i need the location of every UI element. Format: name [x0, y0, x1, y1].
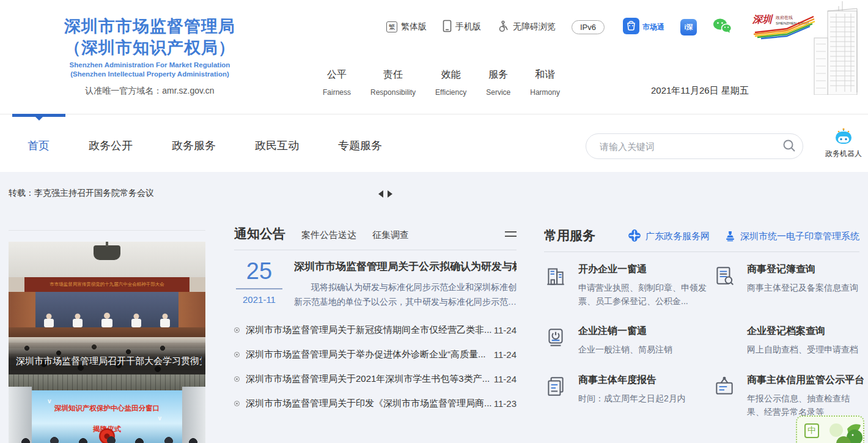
service-desc: 年报公示信息、抽查检查结果、经营异常名录等 — [747, 392, 864, 419]
traditional-version-link[interactable]: 繁 繁体版 — [386, 21, 427, 32]
slide1-projector — [94, 245, 120, 260]
featured-notice-title[interactable]: 深圳市市场监督管理局关于公示拟确认为研发与标... — [294, 259, 517, 274]
slide1-caption-text[interactable]: 深圳市市场监督管理局召开干部大会学习贯彻党的十... — [16, 356, 202, 367]
ticker-next-icon[interactable] — [388, 190, 392, 198]
gov-robot-button[interactable]: 政务机器人 — [825, 128, 862, 159]
service-close-company[interactable]: 企业注销一窗通 企业一般注销、简易注销 — [544, 325, 713, 357]
archive-search-icon-empty — [713, 325, 737, 357]
notice-list-item[interactable]: 深圳市市场监督管理局关于印发《深圳市市场监督管理局商... 11-23 — [234, 391, 517, 415]
carousel-slide-meeting[interactable]: 市市场监督局宣传贯彻党的十九届六中全会精神干部大会 深圳市市场监督管理局召开干部… — [9, 242, 205, 374]
value-cn: 和谐 — [530, 69, 560, 81]
svg-text:政府在线: 政府在线 — [775, 15, 793, 20]
news-ticker[interactable]: 转载： 李克强主持召开国务院常务会议 — [9, 188, 154, 199]
gd-gov-service-link[interactable]: 广东政务服务网 — [628, 229, 710, 244]
service-title[interactable]: 商事主体信用监管公示平台 — [747, 374, 864, 387]
value-en: Harmony — [530, 88, 560, 97]
mobile-version-link[interactable]: 手机版 — [443, 20, 481, 34]
service-desc: 时间：成立周年之日起2月内 — [578, 392, 686, 406]
bullet-icon — [234, 401, 240, 406]
value-service: 服务 Service — [486, 69, 510, 97]
service-desc: 商事主体登记及备案信息查询 — [747, 281, 858, 295]
tab-surveys[interactable]: 征集调查 — [372, 229, 409, 241]
company-close-icon — [544, 325, 568, 357]
service-title[interactable]: 开办企业一窗通 — [578, 263, 713, 276]
value-cn: 服务 — [486, 69, 510, 81]
bullet-icon — [234, 352, 240, 357]
featured-date-rule — [236, 288, 282, 289]
featured-notice[interactable]: 25 2021-11 深圳市市场监督管理局关于公示拟确认为研发与标... 现将拟… — [234, 259, 517, 309]
nav-item-gov-info[interactable]: 政务公开 — [89, 138, 133, 153]
e-seal-system-link[interactable]: 深圳市统一电子印章管理系统 — [724, 229, 859, 244]
notices-section: 通知公告 案件公告送达 征集调查 25 2021-11 深圳市市场监督管理局关于… — [234, 220, 517, 415]
ishenzhen-icon: i深 — [680, 19, 697, 35]
shichangtong-label: 市场通 — [642, 22, 664, 32]
notice-list: 深圳市市场监督管理局关于新冠疫情期间全市仅经营乙类非... 11-24 深圳市市… — [234, 318, 517, 415]
wechat-link[interactable] — [713, 18, 732, 36]
values-row: 公平 Fairness 责任 Responsibility 效能 Efficie… — [323, 69, 579, 97]
service-title[interactable]: 企业登记档案查询 — [747, 325, 858, 338]
ticker-text[interactable]: 李克强主持召开国务院常务会议 — [34, 188, 154, 199]
services-section: 常用服务 广东政务服务网 深圳市统一电子印章管理系统 开办企业一窗通 申请营业执… — [544, 220, 859, 419]
slide1-banner-text: 市市场监督局宣传贯彻党的十九届六中全会精神干部大会 — [24, 277, 189, 292]
notice-list-item[interactable]: 深圳市市场监督管理局关于2021年深圳市学生书包等3类产... 11-24 — [234, 367, 517, 391]
site-title-line2: （深圳市知识产权局） — [18, 37, 281, 59]
ishenzhen-app-link[interactable]: i深 — [680, 19, 697, 35]
accessibility-link[interactable]: 无障碍浏览 — [497, 20, 556, 34]
notice-list-item[interactable]: 深圳市市场监督管理局关于举办促进体外诊断企业“高质量... 11-24 — [234, 342, 517, 367]
notice-item-title[interactable]: 深圳市市场监督管理局关于印发《深圳市市场监督管理局商... — [246, 398, 494, 409]
search-input[interactable] — [586, 141, 776, 152]
search-button[interactable] — [776, 134, 803, 158]
ticker-prev-icon[interactable] — [378, 190, 383, 198]
building-sketch-image — [804, 0, 867, 97]
service-desc: 网上自助查档、受理申请查档 — [747, 343, 858, 357]
nav-item-gov-services[interactable]: 政务服务 — [172, 138, 216, 153]
notices-more-icon[interactable] — [505, 228, 517, 240]
featured-date-month: 2021-11 — [234, 294, 284, 305]
float-widget[interactable]: 中 — [796, 415, 864, 443]
value-fairness: 公平 Fairness — [323, 69, 351, 97]
official-domain-note: 认准唯一官方域名：amr.sz.gov.cn — [18, 86, 281, 97]
service-open-company[interactable]: 开办企业一窗通 申请营业执照、刻制印章、申领发票、员工参保登记、公积金... — [544, 263, 713, 308]
ticker-arrows — [378, 190, 392, 198]
ticker-prefix: 转载： — [9, 188, 34, 199]
utility-bar: 繁 繁体版 手机版 无障碍浏览 IPv6 市场通 i深 — [386, 18, 817, 35]
service-title[interactable]: 商事主体年度报告 — [578, 374, 686, 387]
value-cn: 效能 — [435, 69, 466, 81]
wechat-icon — [713, 18, 732, 36]
carousel-slide-ceremony[interactable]: v v 深圳知识产权保护中心盐田分窗口 揭牌仪式 — [9, 374, 205, 443]
services-divider — [544, 251, 859, 252]
service-title[interactable]: 企业注销一窗通 — [578, 325, 672, 338]
slide2-banner-line1: 深圳知识产权保护中心盐田分窗口 — [32, 404, 182, 413]
gd-gov-service-label: 广东政务服务网 — [645, 231, 710, 242]
service-credit-platform[interactable]: 商事主体信用监管公示平台 年报公示信息、抽查检查结果、经营异常名录等 — [713, 374, 859, 419]
notice-item-title[interactable]: 深圳市市场监督管理局关于新冠疫情期间全市仅经营乙类非... — [246, 324, 494, 336]
value-harmony: 和谐 Harmony — [530, 69, 560, 97]
site-logo[interactable]: 深圳市市场监督管理局 （深圳市知识产权局） Shenzhen Administr… — [18, 16, 281, 97]
notice-item-title[interactable]: 深圳市市场监督管理局关于举办促进体外诊断企业“高质量... — [246, 349, 494, 360]
page: 深圳市市场监督管理局 （深圳市知识产权局） Shenzhen Administr… — [0, 0, 868, 443]
notice-list-item[interactable]: 深圳市市场监督管理局关于新冠疫情期间全市仅经营乙类非... 11-24 — [234, 318, 517, 342]
current-date: 2021年11月26日 星期五 — [651, 85, 749, 97]
service-annual-report[interactable]: 商事主体年度报告 时间：成立周年之日起2月内 — [544, 374, 713, 419]
services-grid: 开办企业一窗通 申请营业执照、刻制印章、申领发票、员工参保登记、公积金... 商… — [544, 263, 859, 419]
service-archive-search[interactable]: 企业登记档案查询 网上自助查档、受理申请查档 — [713, 325, 859, 357]
search-box — [586, 133, 803, 159]
e-seal-system-label: 深圳市统一电子印章管理系统 — [740, 231, 859, 242]
annual-report-icon — [544, 374, 568, 419]
pinwheel-icon — [628, 229, 641, 244]
nav-item-interaction[interactable]: 政民互动 — [255, 138, 299, 153]
value-efficiency: 效能 Efficiency — [435, 69, 466, 97]
notice-item-title[interactable]: 深圳市市场监督管理局关于2021年深圳市学生书包等3类产... — [246, 373, 494, 385]
ipv6-badge[interactable]: IPv6 — [572, 20, 605, 34]
service-register-search[interactable]: 商事登记簿查询 商事主体登记及备案信息查询 — [713, 263, 859, 308]
tab-case-announcements[interactable]: 案件公告送达 — [301, 229, 356, 241]
site-title-line1: 深圳市市场监督管理局 — [18, 16, 281, 37]
traditional-label: 繁体版 — [401, 21, 427, 32]
nav-item-home[interactable]: 首页 — [28, 138, 50, 153]
shichangtong-icon — [623, 18, 639, 37]
service-title[interactable]: 商事登记簿查询 — [747, 263, 858, 276]
nav-item-special-services[interactable]: 专题服务 — [338, 138, 382, 153]
shichangtong-app-link[interactable]: 市场通 — [623, 18, 664, 37]
register-search-icon — [713, 263, 737, 308]
value-en: Efficiency — [435, 88, 466, 97]
